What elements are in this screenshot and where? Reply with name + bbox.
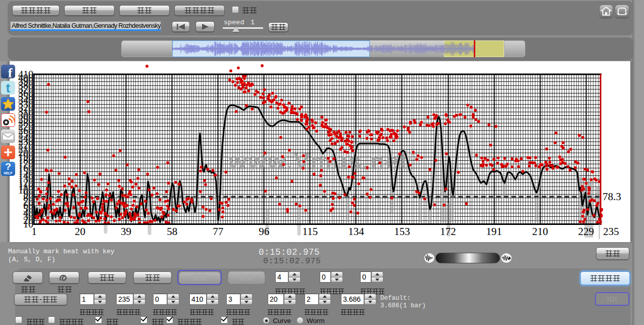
svg-text:1: 1	[31, 225, 37, 238]
svg-text:191: 191	[486, 225, 502, 238]
svg-text:134: 134	[348, 225, 364, 238]
svg-text:153: 153	[394, 225, 410, 238]
svg-text:229: 229	[578, 225, 594, 238]
svg-text:77: 77	[213, 225, 223, 238]
svg-text:235: 235	[603, 225, 619, 238]
svg-text:115: 115	[303, 225, 318, 238]
svg-text:58: 58	[167, 225, 177, 238]
svg-text:210: 210	[532, 225, 548, 238]
svg-text:39: 39	[121, 225, 131, 238]
svg-text:78.3: 78.3	[603, 191, 621, 203]
svg-text:20: 20	[75, 225, 85, 238]
svg-text:172: 172	[440, 225, 456, 238]
svg-text:96: 96	[259, 225, 269, 238]
